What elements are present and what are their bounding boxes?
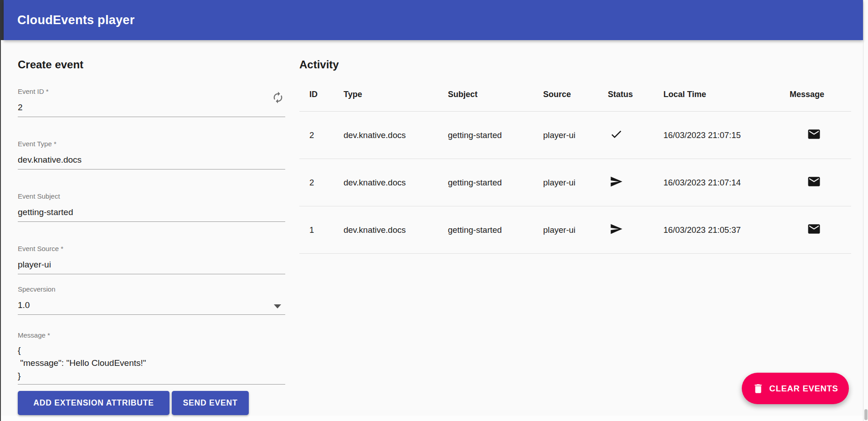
event-source-label: Event Source * [18,245,285,253]
column-header-type: Type [344,90,448,99]
add-extension-attribute-button[interactable]: ADD EXTENSION ATTRIBUTE [18,391,169,415]
create-event-panel: Create event Event ID * 2 Event Type * d… [18,40,285,415]
cell-type: dev.knative.docs [344,130,448,140]
event-type-label: Event Type * [18,140,285,148]
cell-local-time: 16/03/2023 21:07:15 [663,130,790,140]
cell-subject: getting-started [448,178,543,188]
cell-subject: getting-started [448,130,543,140]
app-title: CloudEvents player [17,13,134,27]
cell-id: 1 [299,225,344,235]
scrollbar-thumb[interactable] [864,409,868,420]
column-header-local-time: Local Time [663,90,790,99]
app-bar: CloudEvents player [4,0,863,40]
check-icon [610,128,623,141]
table-row: 2 dev.knative.docs getting-started playe… [299,159,851,206]
message-field: Message * { "message": "Hello CloudEvent… [18,331,285,385]
envelope-icon[interactable] [807,222,821,236]
cell-subject: getting-started [448,225,543,235]
cell-source: player-ui [543,178,608,188]
cell-local-time: 16/03/2023 21:07:14 [663,178,790,188]
envelope-icon[interactable] [807,127,821,141]
message-textarea[interactable]: { "message": "Hello CloudEvents!" } [18,339,285,385]
activity-table-header: ID Type Subject Source Status Local Time… [299,78,851,112]
form-actions: ADD EXTENSION ATTRIBUTE SEND EVENT [18,391,285,415]
envelope-icon[interactable] [807,175,821,189]
specversion-label: Specversion [18,285,285,293]
clear-events-button[interactable]: CLEAR EVENTS [742,373,849,404]
cell-source: player-ui [543,130,608,140]
dropdown-arrow-icon[interactable] [274,304,281,308]
column-header-status: Status [608,90,663,99]
send-event-button[interactable]: SEND EVENT [172,391,249,415]
event-source-field: Event Source * player-ui [18,245,285,274]
event-type-input[interactable]: dev.knative.docs [18,148,285,169]
column-header-subject: Subject [448,90,543,99]
clear-events-label: CLEAR EVENTS [769,384,838,394]
window-edge-top [0,0,4,40]
specversion-select[interactable]: 1.0 [18,293,285,315]
cell-type: dev.knative.docs [344,225,448,235]
create-event-title: Create event [18,58,285,72]
cell-source: player-ui [543,225,608,235]
activity-title: Activity [299,58,851,72]
cell-id: 2 [299,130,344,140]
table-row: 2 dev.knative.docs getting-started playe… [299,112,851,159]
cloudevents-player-page: CloudEvents player Create event Event ID… [0,0,868,421]
refresh-icon[interactable] [272,91,284,104]
column-header-message: Message [790,90,851,99]
column-header-id: ID [299,90,344,99]
event-subject-label: Event Subject [18,192,285,200]
cell-type: dev.knative.docs [344,178,448,188]
window-edge [0,40,1,421]
event-source-input[interactable]: player-ui [18,253,285,274]
vertical-scrollbar[interactable] [863,0,868,421]
horizontal-scrollbar-track[interactable] [1,416,863,421]
cell-id: 2 [299,178,344,188]
specversion-field: Specversion 1.0 [18,285,285,315]
event-type-field: Event Type * dev.knative.docs [18,140,285,169]
event-subject-field: Event Subject getting-started [18,192,285,222]
cell-local-time: 16/03/2023 21:05:37 [663,225,790,235]
send-icon [610,175,623,188]
event-subject-input[interactable]: getting-started [18,200,285,222]
activity-panel: Activity ID Type Subject Source Status L… [299,40,851,254]
message-label: Message * [18,331,285,339]
column-header-source: Source [543,90,608,99]
activity-table: ID Type Subject Source Status Local Time… [299,78,851,254]
event-id-label: Event ID * [18,87,285,96]
trash-icon [752,383,764,395]
event-id-field: Event ID * 2 [18,87,285,117]
table-row: 1 dev.knative.docs getting-started playe… [299,206,851,254]
event-id-input[interactable]: 2 [18,96,285,117]
send-icon [610,222,623,236]
